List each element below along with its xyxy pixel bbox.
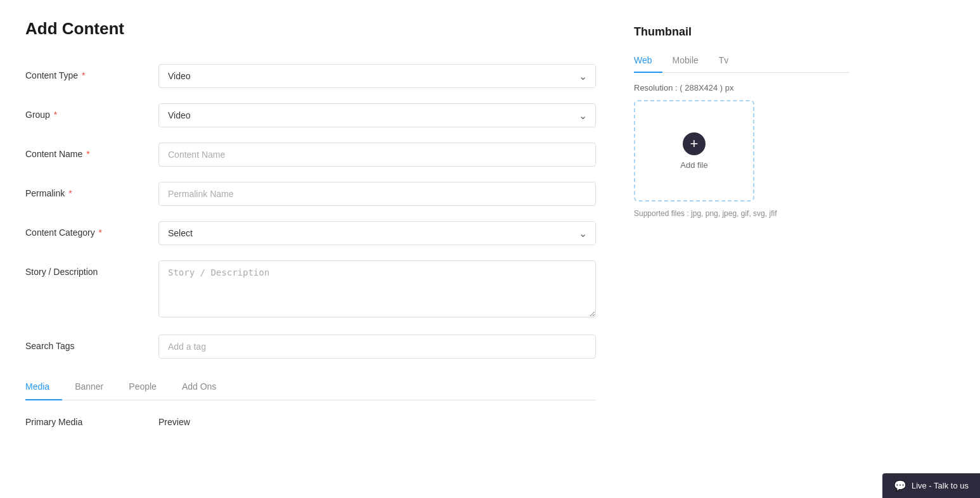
content-category-required: * (96, 227, 102, 238)
group-row: Group * Video Audio Image ⌄ (25, 103, 596, 127)
permalink-field (158, 182, 596, 206)
permalink-required: * (66, 188, 72, 198)
group-select[interactable]: Video Audio Image (158, 103, 596, 127)
search-tags-label: Search Tags (25, 335, 158, 351)
tab-media[interactable]: Media (25, 374, 62, 400)
tab-add-ons[interactable]: Add Ons (182, 374, 229, 400)
primary-media-label: Primary Media (25, 411, 158, 427)
group-required: * (51, 110, 57, 120)
content-type-label: Content Type * (25, 64, 158, 80)
group-label: Group * (25, 103, 158, 120)
add-file-icon: + (683, 132, 706, 155)
content-type-row: Content Type * Video Audio Image Article… (25, 64, 596, 88)
story-field (158, 260, 596, 319)
bottom-tabs: Media Banner People Add Ons (25, 374, 596, 400)
content-name-label: Content Name * (25, 143, 158, 159)
thumb-tab-web[interactable]: Web (634, 50, 662, 73)
story-row: Story / Description (25, 260, 596, 319)
page-title: Add Content (25, 19, 596, 39)
content-category-label: Content Category * (25, 221, 158, 238)
content-name-row: Content Name * (25, 143, 596, 167)
content-type-required: * (79, 70, 85, 80)
search-tags-row: Search Tags (25, 335, 596, 359)
content-category-field: Select Category 1 Category 2 ⌄ (158, 221, 596, 245)
content-type-field: Video Audio Image Article ⌄ (158, 64, 596, 88)
thumb-tab-tv[interactable]: Tv (719, 50, 739, 73)
content-type-select[interactable]: Video Audio Image Article (158, 64, 596, 88)
content-name-field (158, 143, 596, 167)
permalink-row: Permalink * (25, 182, 596, 206)
content-category-select[interactable]: Select Category 1 Category 2 (158, 221, 596, 245)
search-tags-input[interactable] (158, 335, 596, 359)
tab-people[interactable]: People (129, 374, 169, 400)
content-name-input[interactable] (158, 143, 596, 167)
content-type-select-wrapper: Video Audio Image Article ⌄ (158, 64, 596, 88)
group-select-wrapper: Video Audio Image ⌄ (158, 103, 596, 127)
search-tags-field (158, 335, 596, 359)
story-textarea[interactable] (158, 260, 596, 317)
upload-box[interactable]: + Add file (634, 100, 754, 201)
preview-label: Preview (158, 411, 190, 427)
thumbnail-tabs: Web Mobile Tv (634, 50, 849, 73)
thumbnail-title: Thumbnail (634, 25, 849, 39)
content-category-row: Content Category * Select Category 1 Cat… (25, 221, 596, 245)
bottom-row: Primary Media Preview (25, 411, 596, 427)
resolution-text: Resolution : ( 288X424 ) px (634, 83, 849, 93)
permalink-label: Permalink * (25, 182, 158, 198)
add-file-label: Add file (680, 160, 707, 170)
content-category-select-wrapper: Select Category 1 Category 2 ⌄ (158, 221, 596, 245)
story-label: Story / Description (25, 260, 158, 277)
thumb-tab-mobile[interactable]: Mobile (673, 50, 709, 73)
left-panel: Add Content Content Type * Video Audio I… (25, 19, 596, 427)
group-field: Video Audio Image ⌄ (158, 103, 596, 127)
content-name-required: * (84, 149, 89, 159)
permalink-input[interactable] (158, 182, 596, 206)
right-panel: Thumbnail Web Mobile Tv Resolution : ( 2… (634, 19, 849, 427)
supported-files-text: Supported files : jpg, png, jpeg, gif, s… (634, 209, 824, 218)
tab-banner[interactable]: Banner (75, 374, 116, 400)
